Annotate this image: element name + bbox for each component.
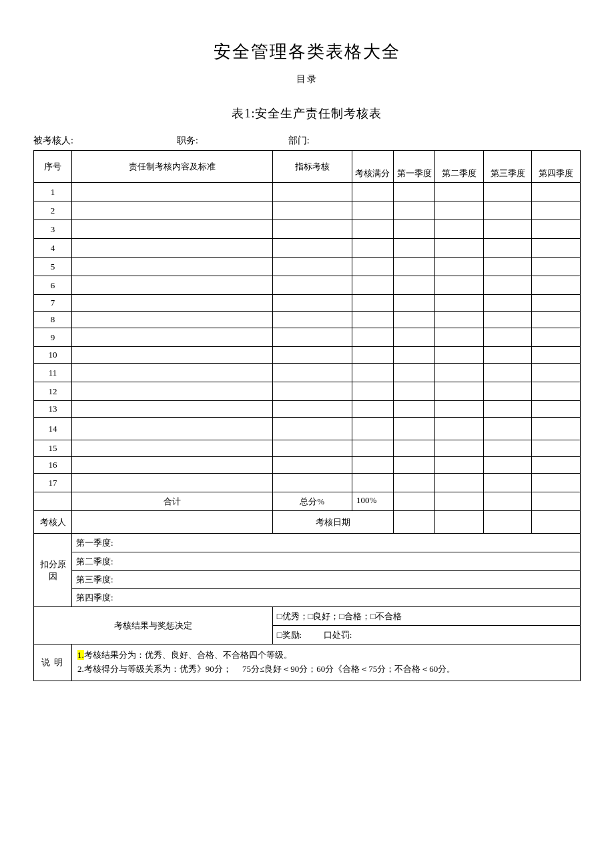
row-seq: 2: [34, 201, 72, 220]
table-row: 11: [34, 364, 581, 382]
row-seq: 14: [34, 418, 72, 440]
deduct-q4-row: 第四季度:: [34, 589, 581, 607]
table-row: 17: [34, 474, 581, 492]
table-row: 7: [34, 295, 581, 312]
table-row: 13: [34, 401, 581, 418]
row-seq: 16: [34, 457, 72, 474]
row-seq: 6: [34, 276, 72, 295]
table-row: 5: [34, 258, 581, 276]
deduct-q2-row: 第二季度:: [34, 552, 581, 571]
col-q4: 第四季度: [532, 151, 581, 183]
deduct-q1: 第一季度:: [72, 534, 581, 552]
assessee-label: 被考核人:: [33, 135, 73, 147]
table-row: 15: [34, 440, 581, 457]
assessor-row: 考核人 考核日期: [34, 511, 581, 534]
assessment-table: 序号 责任制考核内容及标准 指标考核 考核满分 第一季度 第二季度 第三季度 第…: [33, 150, 581, 681]
table-row: 6: [34, 276, 581, 295]
table-row: 12: [34, 382, 581, 401]
notes-label: 说明: [34, 644, 72, 681]
notes-content: 1.考核结果分为：优秀、良好、合格、不合格四个等级。 2.考核得分与等级关系为：…: [72, 644, 581, 681]
table-row: 2: [34, 201, 581, 220]
table-row: 10: [34, 347, 581, 364]
notes-row: 说明 1.考核结果分为：优秀、良好、合格、不合格四个等级。 2.考核得分与等级关…: [34, 644, 581, 681]
col-indicator: 指标考核: [272, 151, 352, 183]
table-row: 14: [34, 418, 581, 440]
col-content: 责任制考核内容及标准: [72, 151, 273, 183]
col-q1: 第一季度: [394, 151, 435, 183]
table-row: 3: [34, 220, 581, 239]
result-row-1: 考核结果与奖惩决定 □优秀；□良好；□合格；□不合格: [34, 607, 581, 626]
main-title: 安全管理各类表格大全: [33, 40, 581, 63]
position-label: 职务:: [177, 135, 198, 147]
deduct-q3: 第三季度:: [72, 571, 581, 589]
row-seq: 5: [34, 258, 72, 276]
col-q3: 第三季度: [483, 151, 532, 183]
deduct-q2: 第二季度:: [72, 552, 581, 571]
deduct-q3-row: 第三季度:: [34, 571, 581, 589]
row-seq: 17: [34, 474, 72, 492]
sub-title: 目录: [33, 73, 581, 85]
row-seq: 10: [34, 347, 72, 364]
row-seq: 7: [34, 295, 72, 312]
deduct-q4: 第四季度:: [72, 589, 581, 607]
row-seq: 15: [34, 440, 72, 457]
table-header-row: 序号 责任制考核内容及标准 指标考核 考核满分 第一季度 第二季度 第三季度 第…: [34, 151, 581, 183]
header-info-line: 被考核人: 职务: 部门:: [33, 135, 581, 147]
col-q2: 第二季度: [435, 151, 484, 183]
result-line2: □奖励: 口处罚:: [272, 626, 580, 644]
total-score-value: 100%: [352, 492, 393, 511]
result-line1: □优秀；□良好；□合格；□不合格: [272, 607, 580, 626]
total-label: 合计: [72, 492, 273, 511]
table-row: 4: [34, 239, 581, 258]
col-seq: 序号: [34, 151, 72, 183]
assessor-label: 考核人: [34, 511, 72, 534]
deduct-reason-label: 扣分原因: [34, 534, 72, 607]
table-row: 9: [34, 328, 581, 347]
result-decision-label: 考核结果与奖惩决定: [34, 607, 273, 644]
row-seq: 4: [34, 239, 72, 258]
row-seq: 11: [34, 364, 72, 382]
assess-date-label: 考核日期: [272, 511, 393, 534]
row-seq: 1: [34, 183, 72, 201]
deduct-q1-row: 扣分原因 第一季度:: [34, 534, 581, 552]
table-row: 8: [34, 312, 581, 328]
row-seq: 13: [34, 401, 72, 418]
total-row: 合计 总分% 100%: [34, 492, 581, 511]
department-label: 部门:: [288, 135, 310, 147]
row-seq: 12: [34, 382, 72, 401]
row-seq: 8: [34, 312, 72, 328]
col-fullscore: 考核满分: [352, 151, 393, 183]
total-score-label: 总分%: [272, 492, 352, 511]
row-seq: 9: [34, 328, 72, 347]
table-title: 表1:安全生产责任制考核表: [33, 105, 581, 121]
table-row: 1: [34, 183, 581, 201]
row-seq: 3: [34, 220, 72, 239]
table-row: 16: [34, 457, 581, 474]
